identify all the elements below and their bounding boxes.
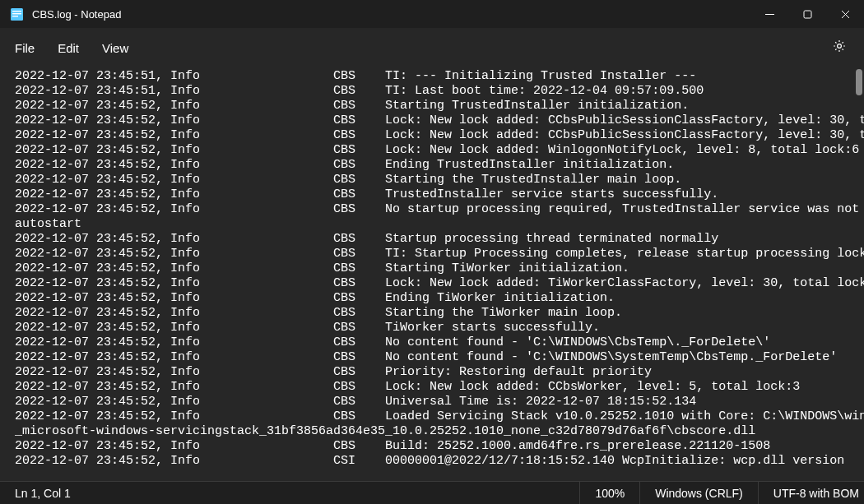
status-bar: Ln 1, Col 1 100% Windows (CRLF) UTF-8 wi… bbox=[0, 481, 864, 504]
window-title: CBS.log - Notepad bbox=[32, 8, 121, 21]
svg-rect-2 bbox=[12, 13, 21, 14]
text-content[interactable]: 2022-12-07 23:45:51, Info CBS TI: --- In… bbox=[0, 67, 864, 481]
svg-point-5 bbox=[838, 44, 842, 49]
notepad-icon bbox=[10, 7, 24, 21]
title-bar[interactable]: CBS.log - Notepad bbox=[0, 0, 864, 28]
vertical-scrollbar[interactable] bbox=[854, 67, 864, 481]
minimize-button[interactable] bbox=[750, 0, 788, 28]
status-position: Ln 1, Col 1 bbox=[0, 482, 86, 504]
svg-rect-3 bbox=[12, 16, 18, 16]
menu-edit[interactable]: Edit bbox=[46, 36, 91, 60]
notepad-window: CBS.log - Notepad File Edit View 2022-1 bbox=[0, 0, 864, 504]
close-button[interactable] bbox=[826, 0, 864, 28]
menu-file[interactable]: File bbox=[3, 36, 46, 60]
scrollbar-thumb[interactable] bbox=[856, 69, 862, 95]
gear-icon bbox=[832, 39, 847, 57]
settings-button[interactable] bbox=[823, 31, 856, 64]
svg-rect-0 bbox=[11, 8, 23, 21]
menu-view[interactable]: View bbox=[91, 36, 140, 60]
status-zoom: 100% bbox=[579, 482, 639, 504]
svg-rect-4 bbox=[804, 11, 811, 18]
status-line-ending: Windows (CRLF) bbox=[639, 482, 758, 504]
editor-area: 2022-12-07 23:45:51, Info CBS TI: --- In… bbox=[0, 67, 864, 481]
maximize-button[interactable] bbox=[788, 0, 826, 28]
status-encoding: UTF-8 with BOM bbox=[758, 482, 864, 504]
menu-bar: File Edit View bbox=[0, 28, 864, 67]
svg-rect-1 bbox=[12, 11, 21, 12]
